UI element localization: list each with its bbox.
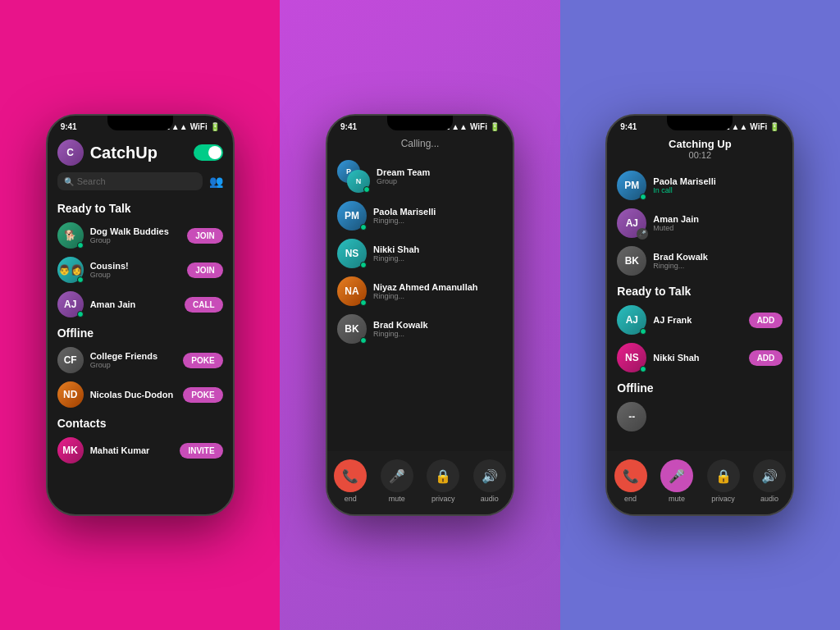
contact-info-mahati: Mahati Kumar [90, 445, 174, 455]
end-btn-3[interactable]: 📞 [614, 459, 647, 492]
end-label-2: end [345, 495, 357, 503]
join-btn-1[interactable]: JOIN [187, 228, 222, 244]
audio-label-2: audio [481, 495, 499, 503]
person-status-paola: In call [653, 186, 783, 194]
action-mute-2: 🎤 mute [381, 459, 413, 503]
add-btn-aj[interactable]: ADD [749, 313, 783, 328]
avatar-dog-walk: 🐕 [57, 222, 84, 249]
online-dot-dt [363, 186, 370, 193]
search-icon: 🔍 [64, 177, 74, 186]
nikki-name: Nikki Shah [373, 244, 503, 254]
contact-nicolas: ND Nicolas Duc-Dodon POKE [48, 377, 233, 412]
invite-btn-1[interactable]: INVITE [180, 443, 222, 459]
person-paola: PM Paola Mariselli In call [607, 167, 792, 204]
audio-label-3: audio [760, 495, 778, 503]
avatar-aman-3: AJ 🎤 [617, 208, 646, 238]
mute-btn-3[interactable]: 🎤 [660, 459, 693, 492]
action-audio-2: 🔊 audio [473, 459, 506, 503]
online-indicator-3 [77, 311, 84, 317]
action-mute-3: 🎤 mute [660, 459, 693, 503]
battery-icon-3: 🔋 [769, 122, 779, 131]
dot-nikki-3 [640, 366, 646, 372]
dot-niyaz [360, 299, 367, 306]
section-phone3: 9:41 ▲▲▲ WiFi 🔋 Catching Up 00:12 PM [560, 0, 840, 630]
contact-info-cousins: Cousins! Group [90, 261, 181, 279]
dream-team-sub: Group [377, 177, 503, 185]
avatar-nikki-3: NS [617, 343, 646, 372]
time-1: 9:41 [61, 122, 77, 131]
person-name-brad: Brad Kowalk [653, 252, 783, 262]
person-status-brad: Ringing... [653, 262, 783, 270]
avatar-college: CF [57, 347, 84, 373]
person-name-aj: AJ Frank [653, 315, 742, 325]
dot-paola-3 [640, 194, 646, 200]
contact-name-5: Nicolas Duc-Dodon [90, 390, 177, 399]
avatar-niyaz: NA [337, 276, 367, 306]
person-aman: AJ 🎤 Aman Jain Muted [607, 204, 792, 242]
avatar-paola-3: PM [617, 171, 646, 200]
contact-dog-walk: 🐕 Dog Walk Buddies Group JOIN [48, 218, 233, 253]
person-info-aj: AJ Frank [653, 315, 742, 325]
audio-btn-3[interactable]: 🔊 [753, 459, 786, 492]
muted-icon-aman: 🎤 [637, 228, 648, 240]
person-aj: AJ AJ Frank ADD [607, 301, 792, 339]
contact-info-aman: Aman Jain [90, 299, 178, 309]
dream-team-avatar-group: P N [337, 160, 370, 193]
battery-icon: 🔋 [210, 122, 220, 131]
action-audio-3: 🔊 audio [753, 459, 786, 503]
incall-time: 00:12 [617, 150, 783, 160]
contact-name-6: Mahati Kumar [90, 445, 174, 455]
privacy-btn-2[interactable]: 🔒 [427, 459, 459, 492]
contacts-icon[interactable]: 👥 [209, 175, 223, 188]
search-placeholder: Search [77, 176, 106, 186]
privacy-btn-3[interactable]: 🔒 [707, 459, 740, 492]
end-btn-2[interactable]: 📞 [334, 459, 367, 492]
app-name: CatchUp [90, 144, 158, 162]
avatar-paola: PM [337, 201, 367, 231]
contact-info-dog-walk: Dog Walk Buddies Group [90, 226, 181, 244]
privacy-label-3: privacy [711, 495, 735, 503]
audio-btn-2[interactable]: 🔊 [473, 459, 506, 492]
time-2: 9:41 [340, 122, 357, 131]
wifi-icon-3: WiFi [750, 122, 767, 131]
poke-btn-1[interactable]: POKE [183, 353, 222, 368]
call-actions-bar-2: 📞 end 🎤 mute 🔒 privacy 🔊 audio [327, 451, 513, 514]
search-box[interactable]: 🔍 Search [57, 172, 203, 190]
person-name-aman: Aman Jain [653, 214, 783, 224]
section-ready-3: Ready to Talk [607, 280, 792, 301]
phone1: 9:41 ▲▲▲ WiFi 🔋 C CatchUp [46, 114, 235, 516]
call-btn-1[interactable]: CALL [185, 297, 223, 313]
person-info-paola: Paola Mariselli In call [653, 176, 783, 194]
end-label-3: end [624, 495, 637, 503]
notch3 [667, 116, 733, 130]
niyaz-status: Ringing... [373, 292, 503, 300]
phone2: 9:41 ▲▲▲ WiFi 🔋 Calling... P N [326, 114, 514, 516]
app-icon: C [57, 139, 84, 166]
dot-paola [360, 224, 367, 231]
brad-status: Ringing... [373, 330, 503, 338]
avatar-nikki: NS [337, 239, 367, 268]
phone3: 9:41 ▲▲▲ WiFi 🔋 Catching Up 00:12 PM [605, 114, 794, 516]
dream-team-name: Dream Team [377, 167, 503, 177]
niyaz-row: NA Niyaz Ahmed Amanullah Ringing... [327, 272, 513, 310]
paola-info: Paola Mariselli Ringing... [373, 207, 503, 225]
add-btn-nikki[interactable]: ADD [749, 350, 783, 366]
online-toggle[interactable] [194, 144, 223, 161]
action-end-2: 📞 end [334, 459, 367, 503]
avatar-cousins: 👨‍👩 [57, 257, 84, 283]
contact-sub-4: Group [90, 361, 177, 369]
battery-icon-2: 🔋 [490, 122, 500, 131]
paola-status: Ringing... [373, 217, 503, 225]
avatar-offline: -- [617, 402, 646, 431]
notch1 [107, 116, 173, 130]
poke-btn-2[interactable]: POKE [183, 387, 222, 403]
mute-btn-2[interactable]: 🎤 [381, 459, 413, 492]
person-info-nikki-3: Nikki Shah [653, 353, 742, 363]
avatar-brad: BK [337, 314, 367, 344]
contact-info-nicolas: Nicolas Duc-Dodon [90, 390, 177, 399]
app-logo-row: C CatchUp [57, 139, 158, 166]
privacy-label-2: privacy [431, 495, 455, 503]
join-btn-2[interactable]: JOIN [187, 262, 222, 278]
dot-brad [360, 337, 367, 344]
section-contacts: Contacts [48, 412, 233, 433]
